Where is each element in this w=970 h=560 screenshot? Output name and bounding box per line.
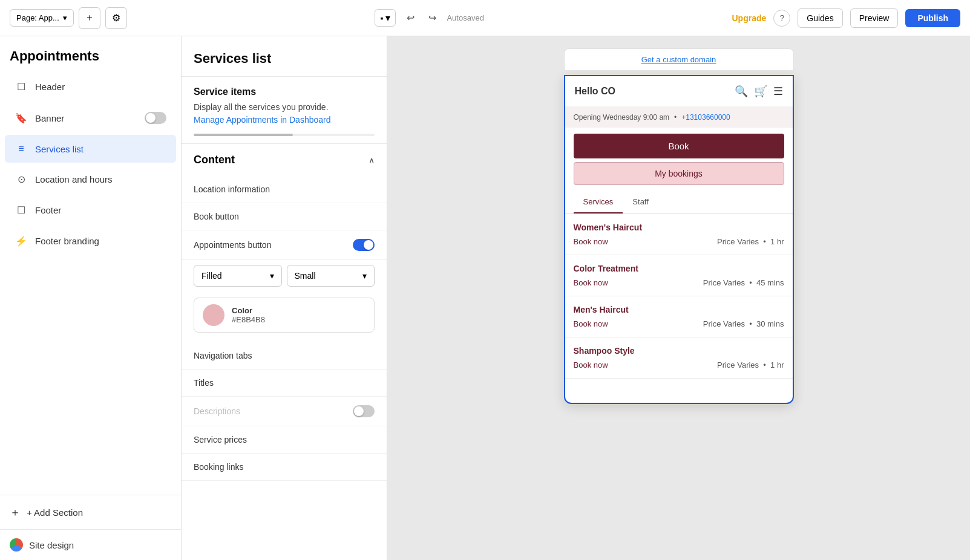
banner-text: Opening Wednesday 9:00 am xyxy=(574,113,670,122)
sidebar-item-label: Services list xyxy=(35,144,84,154)
sidebar-item-label: Footer branding xyxy=(35,236,99,246)
style-filled-dropdown[interactable]: Filled ▾ xyxy=(194,265,282,287)
service-meta: Book now Price Varies • 1 hr xyxy=(574,237,784,246)
topbar-right: Upgrade ? Guides Preview Publish xyxy=(732,8,961,28)
add-page-button[interactable]: ＋ xyxy=(79,7,100,29)
titles-item[interactable]: Titles xyxy=(182,370,387,397)
service-name: Women's Haircut xyxy=(574,223,784,232)
page-selector[interactable]: Page: App... ▾ xyxy=(10,9,74,27)
descriptions-item[interactable]: Descriptions xyxy=(182,397,387,426)
sidebar-item-banner[interactable]: 🔖 Banner xyxy=(5,103,176,132)
services-list-icon: ≡ xyxy=(15,143,28,154)
sidebar-item-location-hours[interactable]: ⊙ Location and hours xyxy=(5,165,176,194)
phone-bookings-button[interactable]: My bookings xyxy=(574,162,784,185)
sidebar-item-footer-branding[interactable]: ⚡ Footer branding xyxy=(5,227,176,255)
redo-button[interactable]: ↪ xyxy=(422,8,442,28)
service-meta: Book now Price Varies • 45 mins xyxy=(574,278,784,287)
site-design-label: Site design xyxy=(29,540,74,550)
content-section-title: Content xyxy=(194,154,235,166)
appointments-toggle[interactable] xyxy=(353,239,375,251)
service-price-time: Price Varies • 45 mins xyxy=(703,278,784,287)
service-items-title: Service items xyxy=(182,77,387,101)
chevron-down-icon: ▾ xyxy=(270,271,274,281)
tab-services[interactable]: Services xyxy=(574,191,623,213)
service-meta: Book now Price Varies • 30 mins xyxy=(574,319,784,328)
location-info-label: Location information xyxy=(194,184,270,194)
phone-nav-icons: 🔍 🛒 ☰ xyxy=(735,85,783,98)
phone-book-button[interactable]: Book xyxy=(574,134,784,158)
undo-button[interactable]: ↩ xyxy=(401,8,420,28)
panel-header: Services list xyxy=(182,36,387,77)
help-button[interactable]: ? xyxy=(773,10,790,27)
sidebar: Appointments ☐ Header 🔖 Banner ≡ Service… xyxy=(0,36,182,560)
sidebar-item-label: Header xyxy=(35,82,65,92)
service-items-desc: Display all the services you provide. Ma… xyxy=(182,101,387,131)
plus-icon: ＋ xyxy=(10,505,21,519)
service-prices-item[interactable]: Service prices xyxy=(182,426,387,454)
page-selector-label: Page: App... xyxy=(16,13,59,22)
canvas-selector[interactable]: ▪ ▾ xyxy=(375,9,396,27)
custom-domain-link[interactable]: Get a custom domain xyxy=(564,48,794,70)
footer-branding-icon: ⚡ xyxy=(15,235,28,247)
menu-icon: ☰ xyxy=(773,85,783,98)
preview-button[interactable]: Preview xyxy=(850,8,899,28)
phone-link[interactable]: +13103660000 xyxy=(681,113,730,122)
phone-bottom-padding xyxy=(565,379,793,403)
header-icon: ☐ xyxy=(15,81,28,93)
canvas-icon: ▪ xyxy=(380,13,383,23)
appointments-button-item[interactable]: Appointments button xyxy=(182,230,387,260)
location-info-item[interactable]: Location information xyxy=(182,176,387,203)
banner-toggle[interactable] xyxy=(145,112,166,124)
autosaved-status: Autosaved xyxy=(447,13,483,22)
upgrade-link[interactable]: Upgrade xyxy=(732,13,767,23)
navigation-tabs-label: Navigation tabs xyxy=(194,351,252,360)
tab-staff[interactable]: Staff xyxy=(623,191,658,213)
color-swatch xyxy=(203,304,224,326)
sidebar-item-label: Banner xyxy=(35,113,64,123)
settings-panel: Services list Service items Display all … xyxy=(182,36,387,560)
guides-button[interactable]: Guides xyxy=(798,8,842,28)
manage-appointments-link[interactable]: Manage Appointments in Dashboard xyxy=(194,115,330,125)
service-womens-haircut: Women's Haircut Book now Price Varies • … xyxy=(565,214,793,255)
phone-preview: Hello CO 🔍 🛒 ☰ Opening Wednesday 9:00 am… xyxy=(564,75,794,404)
plus-icon: ＋ xyxy=(85,11,94,24)
cart-icon: 🛒 xyxy=(754,85,767,98)
add-section-label: + Add Section xyxy=(27,507,83,518)
sidebar-item-header[interactable]: ☐ Header xyxy=(5,73,176,101)
topbar: Page: App... ▾ ＋ ⚙ ▪ ▾ ↩ ↪ Autosaved Upg… xyxy=(0,0,970,36)
content-section-header[interactable]: Content ∧ xyxy=(182,144,387,176)
service-color-treatment: Color Treatment Book now Price Varies • … xyxy=(565,255,793,296)
publish-button[interactable]: Publish xyxy=(905,9,960,27)
sidebar-item-footer[interactable]: ☐ Footer xyxy=(5,196,176,224)
navigation-tabs-item[interactable]: Navigation tabs xyxy=(182,342,387,370)
phone-tabs: Services Staff xyxy=(565,191,793,214)
sidebar-item-label: Footer xyxy=(35,205,61,215)
service-price-time: Price Varies • 1 hr xyxy=(717,237,784,246)
service-book-link[interactable]: Book now xyxy=(574,319,608,328)
settings-button[interactable]: ⚙ xyxy=(105,7,127,29)
chevron-down-icon: ▾ xyxy=(362,271,367,281)
booking-links-item[interactable]: Booking links xyxy=(182,454,387,481)
color-info: Color #E8B4B8 xyxy=(232,306,265,324)
service-book-link[interactable]: Book now xyxy=(574,237,608,246)
style-size-dropdown[interactable]: Small ▾ xyxy=(287,265,375,287)
style-dropdowns: Filled ▾ Small ▾ xyxy=(182,260,387,295)
service-price-time: Price Varies • 1 hr xyxy=(717,360,784,370)
service-book-link[interactable]: Book now xyxy=(574,360,608,370)
location-icon: ⊙ xyxy=(15,174,28,185)
descriptions-toggle[interactable] xyxy=(353,405,375,417)
help-icon: ? xyxy=(780,13,784,22)
footer-icon: ☐ xyxy=(15,204,28,216)
book-button-item[interactable]: Book button xyxy=(182,203,387,230)
titles-label: Titles xyxy=(194,378,214,388)
phone-navbar: Hello CO 🔍 🛒 ☰ xyxy=(565,76,793,107)
add-section-button[interactable]: ＋ + Add Section xyxy=(0,495,181,529)
color-picker[interactable]: Color #E8B4B8 xyxy=(194,298,375,333)
canvas: Get a custom domain Hello CO 🔍 🛒 ☰ Openi… xyxy=(387,36,970,560)
sidebar-item-services-list[interactable]: ≡ Services list xyxy=(5,135,176,163)
site-design-button[interactable]: Site design xyxy=(0,529,181,560)
appointments-button-label: Appointments button xyxy=(194,240,271,250)
service-book-link[interactable]: Book now xyxy=(574,278,608,287)
topbar-left: Page: App... ▾ ＋ ⚙ xyxy=(10,7,127,29)
service-meta: Book now Price Varies • 1 hr xyxy=(574,360,784,370)
